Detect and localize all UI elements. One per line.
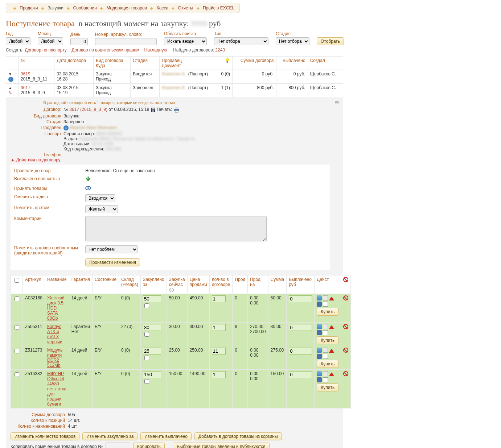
search-input[interactable]	[95, 38, 157, 45]
paid-input[interactable]	[289, 324, 312, 331]
warning-text: В расходной накладной есть 1 товаров, ко…	[43, 100, 338, 105]
printer-icon[interactable]	[173, 107, 180, 113]
bought-input[interactable]	[143, 348, 161, 354]
contract-num-link[interactable]: 3619	[21, 71, 30, 76]
month-select[interactable]: Любой	[38, 37, 63, 45]
problem-select[interactable]: Нет проблем	[85, 245, 138, 253]
row-checkbox[interactable]	[15, 349, 19, 353]
bought-check[interactable]	[144, 379, 149, 384]
arrow-up-icon[interactable]	[329, 348, 334, 353]
filter-submit-button[interactable]: Отобрать	[317, 37, 344, 45]
close-icon[interactable]: ⊗	[335, 99, 339, 105]
item-name-link[interactable]: МФУ HP OfficeJet J4580 нет лотка для под…	[47, 371, 66, 407]
publish-button[interactable]: Выбранные товары введены и публикуются	[173, 443, 269, 448]
qty-input[interactable]	[212, 295, 226, 302]
item-name-link[interactable]: Жесткий диск 3.5 HDD SATA 80Gb	[47, 295, 65, 321]
expand-icon[interactable]: ▲	[8, 86, 12, 90]
edit-icon[interactable]	[323, 371, 328, 376]
row-checkbox[interactable]	[15, 372, 19, 377]
qty-input[interactable]	[212, 371, 226, 378]
item-name-link[interactable]: Модуль памяти DDR2 512Mb	[47, 348, 63, 368]
found-count[interactable]: 2243	[215, 47, 225, 53]
monitor-icon[interactable]	[317, 348, 322, 353]
create-invoice-link[interactable]: Накладную	[144, 47, 167, 53]
edit-icon[interactable]	[323, 348, 328, 353]
contract-actions-toggle[interactable]: ▲ Действия по договору	[11, 157, 61, 162]
row-checkbox[interactable]	[15, 296, 19, 301]
bought-input[interactable]	[143, 324, 161, 331]
create-passport-link[interactable]: Договор по паспорту	[25, 47, 67, 53]
buy-button[interactable]: Купить	[317, 308, 338, 316]
info-icon[interactable]: i	[8, 77, 13, 82]
nav-reports[interactable]: Отчеты	[178, 5, 193, 11]
contract-link[interactable]: 3617 (2015_8_3_9)	[69, 107, 107, 112]
bought-input[interactable]	[143, 295, 161, 302]
delete-icon[interactable]	[323, 354, 328, 359]
buy-button[interactable]: Купить	[317, 360, 338, 368]
arrow-down-green-icon[interactable]	[85, 176, 91, 182]
ban-icon[interactable]	[343, 295, 348, 300]
nav-purchases[interactable]: Закупки	[48, 5, 63, 11]
svg-rect-4	[175, 107, 178, 109]
nav-messages[interactable]: Сообщения	[73, 5, 97, 11]
bought-check[interactable]	[144, 332, 149, 337]
ban-icon[interactable]	[343, 348, 348, 353]
buy-button[interactable]: Купить	[317, 383, 338, 391]
qty-input[interactable]	[212, 324, 226, 331]
row-checkbox[interactable]	[15, 325, 19, 330]
bought-check[interactable]	[144, 303, 149, 308]
edit-icon[interactable]	[323, 295, 328, 300]
save-disk-icon[interactable]	[151, 107, 156, 112]
select-all-checkbox[interactable]	[15, 278, 19, 283]
delete-icon[interactable]	[323, 377, 328, 382]
monitor-icon[interactable]	[317, 371, 322, 376]
apply-changes-button[interactable]: Произвести изменения	[85, 258, 140, 266]
item-name-link[interactable]: Корпус ATX и mATX черный	[47, 324, 62, 344]
bulk-add-cart-button[interactable]: Добавить в договор товары из корзины	[194, 432, 282, 440]
bulk-paid-button[interactable]: Изменить выплачено	[140, 432, 192, 440]
scope-select[interactable]: Искать везде	[164, 37, 207, 45]
buy-button[interactable]: Купить	[317, 336, 338, 344]
help-icon[interactable]: ?	[169, 288, 174, 292]
copy-target-input[interactable]	[106, 443, 130, 448]
nav-sales[interactable]: Продажи	[20, 5, 38, 11]
owner-icon[interactable]	[317, 302, 322, 307]
delete-icon[interactable]	[323, 330, 328, 335]
bulk-bought-button[interactable]: Изменить закуплено за	[82, 432, 137, 440]
owner-icon[interactable]	[317, 377, 322, 382]
arrow-up-icon[interactable]	[329, 371, 334, 376]
eye-icon[interactable]	[85, 186, 91, 190]
doc-icon[interactable]: ✎	[8, 90, 12, 95]
bought-input[interactable]	[143, 371, 161, 378]
edit-icon[interactable]	[323, 324, 328, 329]
monitor-icon[interactable]	[317, 324, 322, 329]
change-stage-select[interactable]: Вводится	[85, 194, 115, 202]
ban-icon[interactable]	[343, 324, 348, 329]
paid-input[interactable]	[289, 295, 312, 302]
nav-moderation[interactable]: Модерация товаров	[106, 5, 147, 11]
create-license-link[interactable]: Договор по водительским правам	[71, 47, 139, 53]
monitor-icon[interactable]	[317, 295, 322, 300]
delete-icon[interactable]	[323, 302, 328, 307]
nav-cash[interactable]: Касса	[157, 5, 168, 11]
bought-check[interactable]	[144, 356, 149, 360]
copy-button[interactable]: Копировать	[133, 443, 165, 448]
expand-icon[interactable]: ▼	[8, 72, 12, 76]
year-select[interactable]: Любой	[6, 37, 30, 45]
comment-textarea[interactable]	[85, 216, 267, 241]
contract-num-link[interactable]: 3617	[21, 85, 30, 90]
nav-excel[interactable]: Прайс в EXCEL	[203, 5, 234, 11]
bulk-qty-button[interactable]: Изменить количество товаров	[11, 432, 79, 440]
owner-icon[interactable]	[317, 354, 322, 359]
stage-select[interactable]: Нет отбора	[276, 37, 309, 45]
paid-input[interactable]	[289, 348, 312, 354]
paid-input[interactable]	[289, 371, 312, 378]
qty-input[interactable]	[212, 348, 226, 354]
type-select[interactable]: Нет отбора	[214, 37, 268, 45]
owner-icon[interactable]	[317, 330, 322, 335]
color-select[interactable]: Желтый	[85, 205, 118, 213]
arrow-up-icon[interactable]	[329, 295, 334, 300]
ban-icon[interactable]	[343, 371, 348, 376]
arrow-up-icon[interactable]	[329, 324, 334, 329]
day-input[interactable]	[70, 38, 88, 45]
